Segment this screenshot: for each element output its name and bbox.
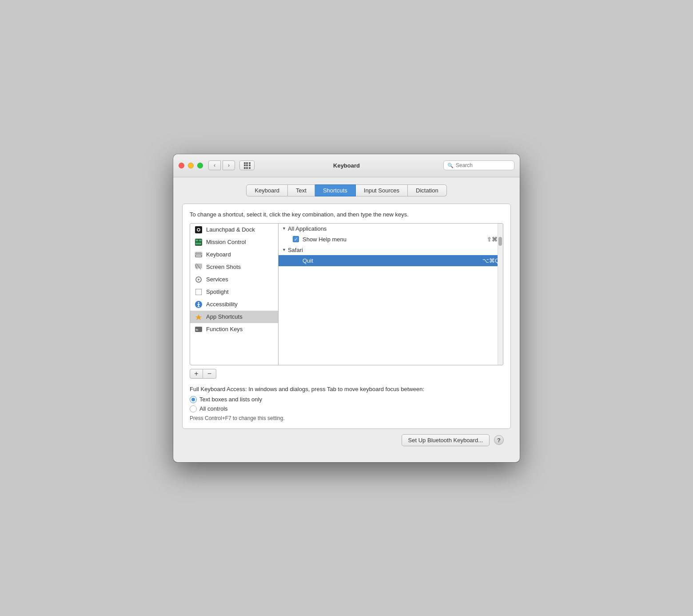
svg-rect-0 <box>195 226 202 233</box>
shortcut-row-show-help[interactable]: ✓ Show Help menu ⇧⌘/ <box>279 234 503 245</box>
keyboard-access-section: Full Keyboard Access: In windows and dia… <box>190 386 503 421</box>
add-remove-row: + − <box>190 369 503 379</box>
radio-all-controls[interactable]: All controls <box>190 405 503 412</box>
radio-label-text-boxes: Text boxes and lists only <box>199 396 262 403</box>
svg-rect-15 <box>199 254 200 255</box>
traffic-lights <box>179 163 203 168</box>
tab-keyboard[interactable]: Keyboard <box>246 184 288 196</box>
tab-dictation[interactable]: Dictation <box>408 184 447 196</box>
remove-shortcut-button[interactable]: − <box>203 369 216 379</box>
sidebar-item-screenshots[interactable]: Screen Shots <box>190 261 278 273</box>
services-icon <box>195 276 203 284</box>
group-label-safari: Safari <box>288 247 303 253</box>
minimize-button[interactable] <box>188 163 194 168</box>
group-header-safari: ▼ Safari <box>279 245 503 255</box>
svg-rect-3 <box>195 240 198 241</box>
spotlight-icon <box>195 288 203 296</box>
shortcut-checkbox-show-help[interactable]: ✓ <box>293 236 299 242</box>
sidebar-item-mission-control[interactable]: Mission Control <box>190 236 278 248</box>
screenshots-icon <box>195 263 203 271</box>
sidebar-item-launchpad[interactable]: Launchpad & Dock <box>190 224 278 236</box>
sidebar-label-mission-control: Mission Control <box>206 239 246 245</box>
sidebar-item-spotlight[interactable]: Spotlight <box>190 286 278 298</box>
shortcut-row-quit[interactable]: Quit ⌥⌘Q <box>279 255 503 266</box>
svg-rect-7 <box>195 252 196 253</box>
sidebar-label-keyboard: Keyboard <box>206 251 231 258</box>
search-box[interactable]: 🔍 <box>443 160 514 170</box>
triangle-icon: ▼ <box>282 226 286 231</box>
sidebar-label-services: Services <box>206 276 228 283</box>
main-content: Keyboard Text Shortcuts Input Sources Di… <box>173 177 520 462</box>
search-icon: 🔍 <box>447 163 454 168</box>
add-shortcut-button[interactable]: + <box>190 369 203 379</box>
keyboard-hint: Press Control+F7 to change this setting. <box>190 415 503 421</box>
sidebar-item-services[interactable]: Services <box>190 273 278 286</box>
svg-rect-9 <box>198 252 199 253</box>
bottom-bar: Set Up Bluetooth Keyboard... ? <box>182 429 511 453</box>
instruction-text: To change a shortcut, select it, click t… <box>190 211 503 218</box>
keyboard-access-title: Full Keyboard Access: In windows and dia… <box>190 386 503 392</box>
help-button[interactable]: ? <box>494 435 504 445</box>
svg-rect-11 <box>201 252 202 253</box>
keyboard-icon <box>195 251 203 259</box>
keyboard-preferences-window: ‹ › Keyboard 🔍 Keyboard Text Shortcuts I… <box>173 154 520 462</box>
radio-text-boxes[interactable]: Text boxes and lists only <box>190 396 503 403</box>
shortcut-name-show-help: Show Help menu <box>303 236 487 243</box>
svg-rect-23 <box>195 289 202 295</box>
launchpad-icon <box>195 226 203 234</box>
svg-rect-10 <box>199 252 200 253</box>
svg-point-22 <box>198 279 199 280</box>
tabs: Keyboard Text Shortcuts Input Sources Di… <box>182 184 511 196</box>
function-keys-icon: fn <box>195 325 203 333</box>
sidebar-label-screenshots: Screen Shots <box>206 264 241 270</box>
shortcuts-panel: To change a shortcut, select it, click t… <box>182 204 511 429</box>
sidebar-item-function-keys[interactable]: fn Function Keys <box>190 323 278 336</box>
sidebar-item-accessibility[interactable]: Accessibility <box>190 298 278 311</box>
nav-buttons: ‹ › <box>208 160 235 170</box>
sidebar-label-app-shortcuts: App Shortcuts <box>206 313 243 320</box>
tab-shortcuts[interactable]: Shortcuts <box>315 184 356 196</box>
tab-input-sources[interactable]: Input Sources <box>356 184 408 196</box>
scrollbar-track <box>498 224 503 365</box>
svg-rect-14 <box>198 254 199 255</box>
svg-text:fn: fn <box>196 328 199 331</box>
window-title: Keyboard <box>333 162 360 169</box>
shortcut-keys-quit: ⌥⌘Q <box>482 257 499 264</box>
svg-rect-13 <box>197 254 198 255</box>
svg-rect-17 <box>196 256 201 256</box>
group-header-all-apps: ▼ All Applications <box>279 224 503 234</box>
sidebar-label-accessibility: Accessibility <box>206 301 238 308</box>
forward-button[interactable]: › <box>223 160 235 170</box>
radio-inner-text-boxes <box>191 398 195 401</box>
search-input[interactable] <box>456 162 510 168</box>
accessibility-icon <box>195 300 203 308</box>
svg-rect-12 <box>195 254 196 255</box>
radio-label-all-controls: All controls <box>199 405 228 412</box>
svg-rect-8 <box>197 252 198 253</box>
sidebar-list: Launchpad & Dock Mission Control Keyboar… <box>190 223 279 365</box>
back-button[interactable]: ‹ <box>208 160 221 170</box>
app-shortcuts-icon <box>195 313 203 321</box>
zoom-button[interactable] <box>197 163 203 168</box>
svg-rect-5 <box>195 243 201 244</box>
sidebar-item-keyboard[interactable]: Keyboard <box>190 248 278 261</box>
sidebar-label-launchpad: Launchpad & Dock <box>206 226 255 233</box>
sidebar-item-app-shortcuts[interactable]: App Shortcuts <box>190 311 278 323</box>
svg-point-25 <box>198 302 199 303</box>
radio-circle-text-boxes[interactable] <box>190 396 197 403</box>
svg-rect-18 <box>195 264 202 268</box>
bluetooth-button[interactable]: Set Up Bluetooth Keyboard... <box>402 434 490 446</box>
tab-text[interactable]: Text <box>288 184 315 196</box>
close-button[interactable] <box>179 163 184 168</box>
sidebar-label-spotlight: Spotlight <box>206 288 229 295</box>
svg-rect-4 <box>199 240 202 241</box>
shortcuts-list: ▼ All Applications ✓ Show Help menu ⇧⌘/ … <box>279 223 503 365</box>
sidebar-label-function-keys: Function Keys <box>206 326 243 332</box>
mission-control-icon <box>195 238 203 246</box>
scrollbar-thumb[interactable] <box>498 237 502 246</box>
shortcuts-layout: Launchpad & Dock Mission Control Keyboar… <box>190 223 503 365</box>
grid-button[interactable] <box>239 160 255 170</box>
radio-circle-all-controls[interactable] <box>190 405 197 412</box>
svg-rect-16 <box>201 254 202 255</box>
group-label-all-apps: All Applications <box>288 225 327 232</box>
